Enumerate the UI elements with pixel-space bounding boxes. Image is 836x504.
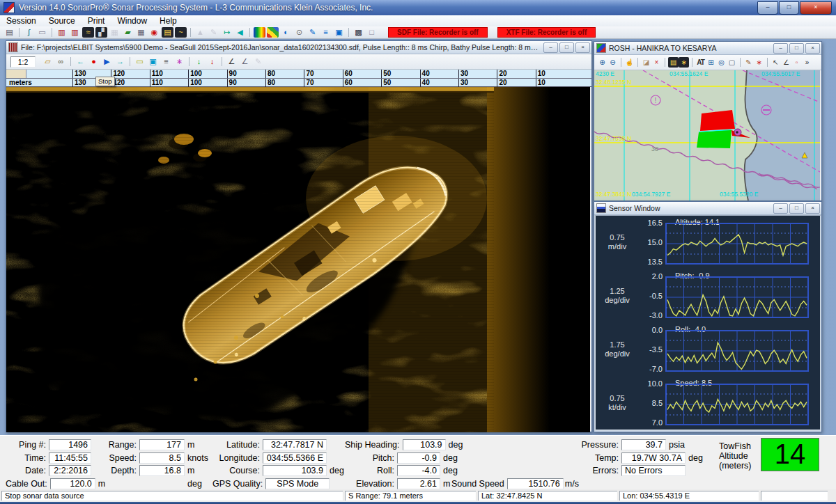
stop-icon[interactable]: ●	[88, 56, 100, 67]
field-label: Date:	[6, 466, 49, 475]
compass-icon[interactable]: ◎	[716, 57, 727, 68]
tow-cable-icon[interactable]: ∫	[23, 27, 35, 38]
field-label: Roll:	[345, 466, 397, 475]
ghost-tool-icon[interactable]: ✎	[252, 56, 264, 67]
bottom-track-icon[interactable]: ↓	[193, 56, 205, 67]
playback-icon[interactable]: ◀	[234, 27, 246, 38]
erase-icon[interactable]: ◪	[641, 57, 651, 68]
menu-window[interactable]: Window	[111, 15, 153, 26]
pan-icon[interactable]: ☝	[624, 57, 635, 68]
zoom-ratio-input[interactable]: 1:2	[10, 56, 36, 68]
field-value: -0.9	[397, 452, 440, 464]
altitude-mark-icon[interactable]: ↓	[206, 56, 218, 67]
colorbar-icon[interactable]	[254, 27, 265, 38]
search-icon[interactable]: ∞	[55, 56, 67, 67]
sensor-minimize-button[interactable]: –	[773, 203, 788, 214]
port-channel-icon[interactable]: ▥	[56, 27, 68, 38]
table-view-icon[interactable]: ▦	[135, 27, 147, 38]
nautical-chart: ! 36 4230 E 034:55.1624 E 034:55.5017 E …	[594, 70, 820, 200]
telemetry-field: Date:2:2:2016	[6, 464, 105, 478]
chart-maximize-button[interactable]: □	[789, 43, 804, 54]
telemetry-field: Longitude:034:55.5366 E	[212, 452, 344, 465]
signal-view-icon[interactable]: ~	[175, 27, 187, 38]
menu-session[interactable]: Session	[0, 15, 42, 26]
angle-measure-icon[interactable]: ∠	[226, 56, 238, 67]
toolbar-separator	[767, 58, 768, 67]
snap-point-icon[interactable]: ∗	[754, 57, 764, 68]
menu-print[interactable]: Print	[82, 15, 111, 26]
target-view-icon[interactable]: ◉	[148, 27, 160, 38]
range-line-icon[interactable]: ↦	[221, 27, 233, 38]
chart-tick: 0.0	[636, 326, 663, 334]
starboard-channel-icon[interactable]: ▥	[69, 27, 81, 38]
chart-tick: -3.5	[636, 345, 663, 354]
sdf-recorder-badge[interactable]: SDF File: Recorder is off	[388, 27, 488, 38]
telemetry-field: Time:11:45:55	[6, 452, 105, 465]
open-file-icon[interactable]: ▱	[42, 56, 54, 67]
field-unit: deg	[440, 466, 458, 475]
sensor-window-titlebar: Sensor Window – □ ×	[594, 202, 821, 215]
draw-icon[interactable]: ✎	[743, 57, 754, 68]
toolbar-overflow-chevron[interactable]: »	[802, 57, 812, 68]
ruler-tick: 20	[497, 79, 536, 87]
maximize-button[interactable]: □	[779, 1, 799, 15]
ruler-tick: 50	[381, 70, 421, 78]
zoom-out-icon[interactable]: ⊖	[607, 57, 618, 68]
print-icon[interactable]: ▤	[3, 27, 15, 38]
save-icon[interactable]: ▩	[353, 27, 364, 38]
close-button[interactable]: ×	[800, 1, 832, 15]
menu-help[interactable]: Help	[153, 15, 183, 26]
slope-icon[interactable]: ∠	[781, 57, 791, 68]
svg-text:034:55.5320 E: 034:55.5320 E	[720, 191, 759, 198]
plot-pen-icon[interactable]: ✎	[307, 27, 318, 38]
button-bar-icon[interactable]: ▭	[36, 27, 48, 38]
field-value: 2.61	[397, 478, 440, 489]
upload-icon[interactable]: ▲	[194, 27, 206, 38]
telemetry-column: Latitude:32:47.7817 NLongitude:034:55.53…	[212, 439, 344, 490]
slant-range-icon[interactable]: ∠	[239, 56, 251, 67]
pointer-icon[interactable]: ↖	[771, 57, 781, 68]
sonar-minimize-button[interactable]: –	[543, 42, 558, 53]
chart-close-button[interactable]: ×	[805, 43, 820, 54]
new-file-icon[interactable]: □	[366, 27, 378, 38]
list-windows-icon[interactable]: ≡	[320, 27, 332, 38]
grid-view-icon[interactable]: ▦	[109, 27, 121, 38]
play-icon[interactable]: ▶	[101, 56, 113, 67]
measure-icon[interactable]: ▭	[134, 56, 146, 67]
export-icon[interactable]: ∗	[679, 57, 689, 68]
zoom-in-icon[interactable]: ⊕	[597, 57, 607, 68]
chart-view-icon[interactable]: ▰	[122, 27, 134, 38]
gain-sliders-icon[interactable]: ≡	[160, 56, 172, 67]
delete-icon[interactable]: ×	[651, 57, 662, 68]
xtf-recorder-badge[interactable]: XTF File: Recorder is off	[497, 27, 596, 38]
chart-minimize-button[interactable]: –	[773, 43, 788, 54]
film-strip-icon[interactable]: ▞	[95, 27, 107, 38]
waterfall-icon[interactable]: ≈	[82, 27, 94, 38]
sensor-close-button[interactable]: ×	[805, 203, 820, 214]
minimize-button[interactable]: –	[757, 1, 778, 15]
chart-tick: -7.0	[636, 365, 663, 373]
palette-icon[interactable]: ∗	[173, 56, 185, 67]
status-bar: Stop sonar data sourceS Range: 79.1 mete…	[0, 489, 836, 502]
track-target-icon[interactable]: ⊙	[293, 27, 305, 38]
image-tools-icon[interactable]: ▣	[147, 56, 159, 67]
channel-colors-icon[interactable]	[267, 27, 279, 38]
center-map-icon[interactable]: ⊞	[706, 57, 716, 68]
annotate-icon[interactable]: ✎	[208, 27, 219, 38]
sensor-maximize-button[interactable]: □	[789, 203, 804, 214]
menu-source[interactable]: Source	[42, 15, 82, 26]
step-forward-icon[interactable]: →	[114, 56, 126, 67]
node-icon[interactable]: ▫	[791, 57, 802, 68]
select-area-icon[interactable]: ▢	[727, 57, 737, 68]
cascade-windows-icon[interactable]: ▣	[333, 27, 345, 38]
sonar-waterfall-image	[6, 87, 590, 432]
sonar-close-button[interactable]: ×	[575, 42, 590, 53]
text-label-icon[interactable]: AT	[695, 57, 706, 68]
sonar-maximize-button[interactable]: □	[559, 42, 574, 53]
event-log-icon[interactable]: ▤	[668, 57, 679, 68]
telemetry-field: Ping #:1496	[6, 439, 105, 452]
palette-icon[interactable]: ◐	[280, 27, 292, 38]
step-back-icon[interactable]: ←	[75, 56, 86, 67]
svg-text:32:47.7538 N: 32:47.7538 N	[596, 135, 631, 142]
event-log-icon[interactable]: ▤	[162, 27, 173, 38]
